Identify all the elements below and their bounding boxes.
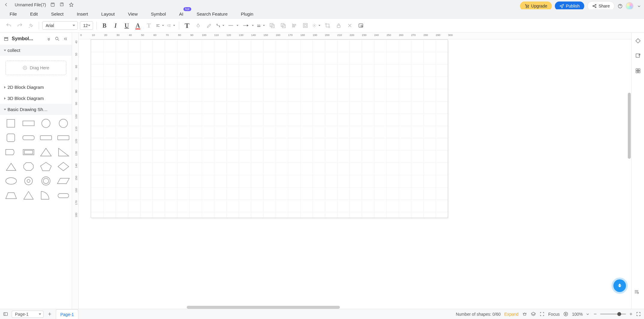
menu-plugin[interactable]: Plugin — [241, 11, 253, 17]
category-2d-block[interactable]: 2D Block Diagram — [0, 82, 72, 93]
font-family-select[interactable]: Arial — [42, 21, 78, 30]
bold-button[interactable]: B — [100, 21, 109, 30]
drag-here-box[interactable]: Drag Here — [5, 61, 66, 75]
shape-halfround[interactable] — [4, 146, 19, 158]
rail-export-icon[interactable] — [633, 51, 642, 60]
tools-button[interactable] — [345, 21, 354, 30]
menu-symbol[interactable]: Symbol — [151, 11, 166, 17]
page-area[interactable] — [91, 39, 448, 218]
line-spacing-button[interactable] — [167, 21, 176, 30]
shape-triangle[interactable] — [38, 146, 53, 158]
category-3d-block[interactable]: 3D Block Diagram — [0, 93, 72, 104]
shape-pentagon[interactable] — [38, 161, 53, 173]
page-select[interactable]: Page-1 — [12, 311, 44, 318]
search-icon[interactable] — [54, 36, 60, 41]
horizontal-scrollbar[interactable] — [187, 306, 340, 309]
group-button[interactable] — [301, 21, 310, 30]
shape-triangle3[interactable] — [21, 189, 36, 201]
line-weight-button[interactable] — [256, 21, 265, 30]
shape-donut[interactable] — [21, 175, 36, 187]
menu-layout[interactable]: Layout — [101, 11, 115, 17]
add-page-button[interactable] — [47, 311, 52, 317]
lock-button[interactable] — [334, 21, 343, 30]
focus-label[interactable]: Focus — [548, 312, 560, 317]
help-icon[interactable] — [618, 4, 623, 9]
menu-search-feature[interactable]: Search Feature — [197, 11, 228, 17]
export-icon[interactable] — [59, 2, 65, 7]
undo-button[interactable] — [4, 21, 13, 30]
save-icon[interactable] — [50, 2, 55, 7]
vertical-scrollbar[interactable] — [628, 93, 631, 159]
focus-icon[interactable] — [540, 311, 545, 317]
page-tab[interactable]: Page-1 — [56, 309, 78, 319]
text-tool-button[interactable]: T — [183, 21, 192, 30]
panel-toggle-icon[interactable] — [3, 311, 8, 317]
star-icon[interactable] — [69, 2, 74, 7]
crop-button[interactable] — [323, 21, 332, 30]
shape-frame[interactable] — [21, 146, 36, 158]
menu-select[interactable]: Select — [51, 11, 64, 17]
align-button[interactable] — [290, 21, 299, 30]
shape-right-triangle[interactable] — [56, 146, 71, 158]
shape-double-circle[interactable] — [38, 175, 53, 187]
canvas[interactable] — [79, 39, 631, 309]
effects-button[interactable] — [312, 21, 321, 30]
font-size-select[interactable]: 12 — [80, 21, 93, 30]
line-style-button[interactable] — [227, 21, 239, 30]
find-button[interactable] — [356, 21, 365, 30]
shape-diamond[interactable] — [56, 161, 71, 173]
category-collect[interactable]: collect — [0, 45, 72, 56]
shape-rounded-rect[interactable] — [21, 132, 36, 144]
font-color-button[interactable]: A — [133, 21, 142, 30]
zoom-value[interactable]: 100% — [572, 312, 583, 317]
text-align-button[interactable] — [156, 21, 165, 30]
shape-ellipse[interactable] — [4, 175, 19, 187]
menu-edit[interactable]: Edit — [30, 11, 38, 17]
shape-square[interactable] — [4, 117, 19, 129]
avatar[interactable] — [626, 2, 633, 10]
chevron-down-icon[interactable] — [585, 311, 590, 317]
menu-insert[interactable]: Insert — [77, 11, 88, 17]
shape-trapezoid[interactable] — [4, 189, 19, 201]
bring-front-button[interactable] — [279, 21, 288, 30]
expand-button[interactable]: Expand — [504, 312, 519, 317]
arrow-style-button[interactable] — [241, 21, 254, 30]
shape-octagon[interactable] — [21, 161, 36, 173]
shape-triangle2[interactable] — [4, 161, 19, 173]
layers-icon[interactable] — [531, 311, 536, 317]
shape-circle2[interactable] — [56, 117, 71, 129]
present-icon[interactable] — [563, 311, 568, 317]
zoom-in-button[interactable] — [628, 311, 633, 317]
category-basic-shapes[interactable]: Basic Drawing Sh… — [0, 104, 72, 115]
zoom-slider[interactable] — [600, 314, 626, 314]
menu-file[interactable]: File — [10, 11, 17, 17]
clear-format-button[interactable]: T — [144, 21, 153, 30]
collapse-icon[interactable] — [63, 36, 68, 41]
paintbrush-button[interactable] — [205, 21, 214, 30]
shape-parallelogram[interactable] — [56, 175, 71, 187]
shape-circle[interactable] — [38, 117, 53, 129]
zoom-out-button[interactable] — [593, 311, 598, 317]
assistant-fab[interactable] — [613, 279, 626, 292]
shape-rounded-rect2[interactable] — [38, 132, 53, 144]
shape-rounded-square[interactable] — [4, 132, 19, 144]
connector-button[interactable] — [216, 21, 225, 30]
fill-button[interactable] — [194, 21, 203, 30]
menu-ai[interactable]: AI hot — [179, 11, 183, 17]
shape-stadium[interactable] — [56, 189, 71, 201]
shape-quarter[interactable] — [38, 189, 53, 201]
rail-theme-icon[interactable] — [633, 36, 642, 45]
italic-button[interactable]: I — [111, 21, 120, 30]
underline-button[interactable]: U — [122, 21, 131, 30]
shape-rounded-rect3[interactable] — [56, 132, 71, 144]
rail-grid-icon[interactable] — [633, 66, 642, 75]
more-icon[interactable] — [46, 36, 51, 41]
menu-view[interactable]: View — [128, 11, 138, 17]
rail-outline-icon[interactable] — [632, 287, 641, 296]
redo-button[interactable] — [15, 21, 24, 30]
format-painter-button[interactable] — [26, 21, 35, 30]
shape-rectangle[interactable] — [21, 117, 36, 129]
back-icon[interactable] — [4, 2, 9, 7]
send-back-button[interactable] — [268, 21, 277, 30]
chevron-down-icon[interactable] — [636, 4, 642, 9]
